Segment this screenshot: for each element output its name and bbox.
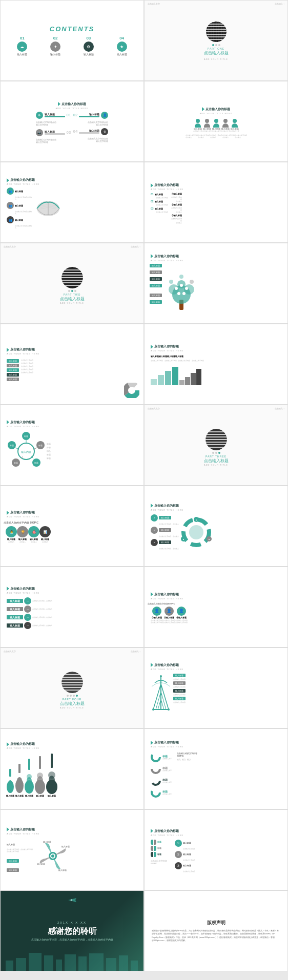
left-col: ⊕ 输入标题 01 点击输入文字内容点击输入文字内容 📷 输入标题 03 <box>36 112 71 143</box>
inst-svg-3 <box>24 759 34 795</box>
part-two-title: 点击输入标题 <box>60 296 85 302</box>
svg-point-105 <box>17 777 22 785</box>
content-icon-3: ⚙ <box>84 41 94 52</box>
svg-rect-138 <box>65 954 76 971</box>
bi-icon-2: → <box>24 606 31 613</box>
heading-arrow-12 <box>151 592 153 596</box>
cr-r-icon-1: ① <box>175 840 182 847</box>
list-desc-1: 点击输入文字内容点击输入 <box>15 196 33 200</box>
cr-item-1: 标题 <box>151 840 173 845</box>
tags-right-col: ▲ ▲ ▲ <box>181 514 212 550</box>
heading-arrow-4 <box>151 183 153 187</box>
part-three-subtitle: ADD YOUR TITLE <box>204 464 228 466</box>
sh-2: 输入标题 <box>159 355 167 358</box>
person-body-3 <box>213 123 219 128</box>
content-item-1: 01 ☁ 输入标题 <box>17 36 27 56</box>
heading-text-17: 点击输入你的标题 <box>154 829 179 833</box>
bi-tag-1: 输入标题 <box>7 599 23 603</box>
slide-heading-17: 点击输入你的标题 <box>148 827 182 834</box>
cr-r-item-3: ③ 输入标题 <box>175 862 197 869</box>
slide-tower: 点击输入你的标题 ADD YOUR TITLE HERE <box>144 648 288 728</box>
thankyou-date: 201X X X XX <box>31 921 113 924</box>
svg-text:输入标题: 输入标题 <box>37 863 45 865</box>
svg-text:输入标题: 输入标题 <box>58 869 67 871</box>
tags-layout: ✓ 输入标题 点击输入文字内容，点击输入 ✓ 输入标题 点击输入文字内容，点击输… <box>148 513 215 551</box>
pinwheel-layout: 输入标题 点击输入文字内容，点击输入文字内容点击输入文字内容 输入标题 输入标题 <box>4 837 74 875</box>
nl-label-5: ②输入标题 <box>172 203 182 206</box>
cr-right: ① 输入标题 点击输入文字内容 ② 输入标题 点击输入文字内容 ③ 输入标题 点… <box>175 840 197 872</box>
slide-heading-1: 点击输入你的标题 <box>55 100 89 107</box>
tower-svg <box>151 674 171 715</box>
slide-heading-4: 点击输入你的标题 <box>148 181 182 188</box>
stair-desc-row: 点击输入文字内容 点击输入文字内容 点击输入文字内容 点击输入文字内容 <box>148 359 207 363</box>
list-item-1: 👥 输入标题 <box>7 187 33 195</box>
svg-point-38 <box>179 275 183 279</box>
tl-item-2: ✓ 输入标题 <box>151 527 179 534</box>
li-desc-1: 点击输入 <box>8 541 14 543</box>
heading-arrow-8 <box>7 420 9 424</box>
slide-heading-16: 点击输入你的标题 <box>4 825 38 832</box>
bi-icon-4: → <box>24 622 31 629</box>
cycle-label-1: 标题 <box>47 443 51 445</box>
nl-desc-4: 点击输入文字内容点击输入 <box>170 196 182 202</box>
list-item-2: 👥 输入标题 <box>7 202 33 209</box>
cr-r-item-2: ② 输入标题 <box>175 851 197 858</box>
circle-infographic: ▲ ▲ ▲ <box>181 514 212 550</box>
icon-network: ⊕ <box>36 112 43 119</box>
slide-subheading-3: ADD YOUR TITLE HERE <box>4 183 43 187</box>
p3-icon-2: 👤 <box>164 607 174 616</box>
tl-icon-1: ✓ <box>151 514 158 522</box>
bi-2: 输入标题 → 点击输入文字内容，点击输入 <box>7 606 52 613</box>
building-silhouette <box>1 950 143 971</box>
slide-stairs: 点击输入你的标题 ADD YOUR TITLE HERE 输入标题 输入标题 输… <box>144 324 288 405</box>
svg-rect-134 <box>16 958 26 971</box>
li-desc-2: 点击输入 <box>19 541 26 543</box>
cycle-labels: 标题 分析 综合 标题 标题 <box>47 443 51 460</box>
donut-text-1: 标题 点击输入文字 <box>162 755 172 760</box>
slide-cycle: 点击输入你的标题 ADD YOUR TITLE HERE 输入内容 标题 标题 … <box>0 405 144 486</box>
part3-corner-left: 点击输入文字 <box>148 407 160 410</box>
slide-large-icons: 点击输入你的标题 ADD YOUR TITLE HERE 点击输入你的文字内容 … <box>0 486 144 567</box>
copyright-title: 版权声明 <box>207 920 225 926</box>
svg-point-98 <box>152 708 154 711</box>
part-two-circle <box>61 267 83 288</box>
person-5: 输入标题 点击输入文字 <box>230 119 239 132</box>
list-left: 👥 输入标题 点击输入文字内容点击输入 👥 输入标题 点击输入文字内容点击输入 … <box>7 187 33 229</box>
slide-subheading-4: ADD YOUR TITLE HERE <box>148 188 187 193</box>
thankyou-title: 感谢您的聆听 <box>31 926 113 937</box>
contents-title: CONTENTS <box>50 25 95 33</box>
slide-contents: CONTENTS 01 ☁ 输入标题 02 ✦ 输入标题 03 ⚙ 输入标题 0… <box>0 0 144 81</box>
svg-point-43 <box>182 292 186 295</box>
cr-r-desc-3: 点击输入文字内容 <box>183 870 197 872</box>
step-5: 输入标题 <box>7 378 19 381</box>
svg-point-97 <box>160 675 162 677</box>
banner-items: 输入标题 → 点击输入文字内容，点击输入 输入标题 → 点击输入文字内容，点击输… <box>4 596 55 630</box>
nl-desc-3: 点击输入文字内容 <box>156 211 169 213</box>
people-3-row: 👤 ①输入标题 点击输入文字内容点击输入文字内容 👤 ②输入标题 点击输入文字内… <box>148 606 191 624</box>
part-three-title: 点击输入标题 <box>204 458 229 464</box>
list-item-3: 👥 输入标题 <box>7 216 33 223</box>
svg-point-123 <box>154 779 158 783</box>
p3-desc-3: 点击输入文字内容点击输入文字内容 <box>175 619 188 623</box>
svg-point-128 <box>51 854 54 858</box>
tower-desc-4: 点击输入文字内容 <box>173 701 186 703</box>
cr-item-2: 标题 <box>151 846 173 851</box>
content-label-3: 输入标题 <box>84 53 94 56</box>
person-head-3 <box>214 119 218 123</box>
svg-rect-136 <box>44 955 53 971</box>
inst-svg-4 <box>34 756 46 795</box>
tl-item-1: ✓ 输入标题 <box>151 514 179 522</box>
li-icon-2: 🏆 <box>17 526 28 537</box>
slide-heading-13: 点击输入你的标题 <box>148 661 182 668</box>
person-head-4 <box>223 119 228 123</box>
slide-center-text: 点击输入你的文字内容 699PIC <box>4 520 38 525</box>
content-item-4: 04 ★ 输入标题 <box>117 36 127 56</box>
donut-item-2: 标题 点击输入文字 <box>151 764 175 774</box>
p3-label-2: ②输入标题 <box>164 616 174 619</box>
heading-text-11: 点击输入你的标题 <box>10 587 35 591</box>
svg-line-93 <box>156 692 161 710</box>
heading-text: 点击输入你的标题 <box>61 102 86 107</box>
svg-line-94 <box>161 692 166 710</box>
cr-layout: 标题 标题 标题 点击输入文字内容699PIC <box>148 839 199 873</box>
nl-label-2: 输入标题 <box>155 200 163 203</box>
